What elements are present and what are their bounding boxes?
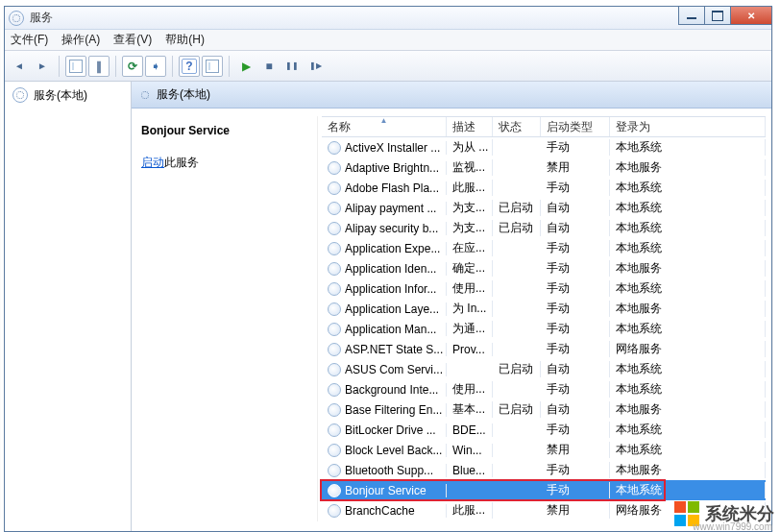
show-hide-tree-button[interactable]: [65, 56, 86, 77]
cell-name: BitLocker Drive ...: [345, 423, 436, 437]
cell-type: 手动: [541, 240, 610, 256]
watermark-url: www.win7999.com: [693, 521, 772, 532]
cell-desc: 基本...: [447, 401, 493, 418]
service-icon: [328, 423, 341, 437]
service-icon: [328, 484, 341, 497]
cell-type: 手动: [541, 180, 610, 196]
col-status[interactable]: 状态: [493, 117, 541, 136]
cell-desc: 为通...: [447, 321, 493, 337]
table-row[interactable]: ASUS Com Servi...已启动自动本地系统: [322, 359, 766, 379]
table-row[interactable]: BitLocker Drive ...BDE...手动本地系统: [322, 420, 766, 440]
menu-file[interactable]: 文件(F): [11, 32, 48, 48]
menu-view[interactable]: 查看(V): [113, 32, 152, 48]
table-row[interactable]: Alipay payment ...为支...已启动自动本地系统: [322, 198, 766, 218]
cell-status: 已启动: [493, 401, 541, 418]
service-icon: [328, 202, 341, 215]
service-icon: [328, 343, 341, 356]
cell-name: Application Expe...: [345, 242, 440, 255]
cell-logon: 本地系统: [610, 482, 766, 498]
cell-logon: 本地系统: [610, 180, 766, 196]
table-row[interactable]: Base Filtering En...基本...已启动自动本地服务: [322, 399, 766, 420]
start-service-link[interactable]: 启动: [141, 156, 164, 169]
cell-status: 已启动: [493, 361, 541, 377]
cell-desc: 为支...: [447, 200, 493, 216]
table-row[interactable]: Alipay security b...为支...已启动自动本地系统: [322, 218, 766, 238]
refresh-button[interactable]: [122, 56, 143, 77]
properties-button[interactable]: [88, 56, 110, 77]
cell-logon: 本地系统: [610, 139, 766, 156]
maximize-button[interactable]: [704, 6, 731, 25]
service-icon: [328, 444, 341, 457]
cell-name: Alipay security b...: [345, 222, 438, 235]
cell-name: Application Infor...: [345, 282, 436, 296]
cell-name: ASP.NET State S...: [345, 343, 443, 356]
titlebar[interactable]: 服务: [5, 7, 771, 30]
cell-name: Application Laye...: [345, 302, 439, 316]
help-button[interactable]: [179, 56, 200, 77]
cell-type: 手动: [541, 482, 610, 498]
cell-type: 手动: [541, 301, 610, 317]
col-startup-type[interactable]: 启动类型: [541, 117, 610, 136]
table-row[interactable]: Bluetooth Supp...Blue...手动本地服务: [322, 460, 766, 480]
table-row[interactable]: Application Iden...确定...手动本地服务: [322, 258, 766, 278]
table-row[interactable]: Bonjour Service手动本地系统: [322, 480, 766, 500]
cell-logon: 本地服务: [610, 462, 766, 478]
menu-help[interactable]: 帮助(H): [165, 32, 205, 48]
restart-service-button[interactable]: [305, 56, 326, 77]
service-list[interactable]: 名称▲ 描述 状态 启动类型 登录为 ActiveX Installer ...…: [322, 116, 766, 521]
tree-nav[interactable]: 服务(本地): [5, 82, 132, 531]
back-button[interactable]: [9, 56, 30, 77]
cell-name: ASUS Com Servi...: [345, 363, 443, 376]
sort-asc-icon: ▲: [380, 116, 388, 125]
table-row[interactable]: Application Expe...在应...手动本地系统: [322, 238, 766, 258]
table-row[interactable]: Application Man...为通...手动本地系统: [322, 319, 766, 339]
cell-logon: 本地系统: [610, 442, 766, 458]
table-row[interactable]: Background Inte...使用...手动本地系统: [322, 379, 766, 399]
export-list-button[interactable]: [145, 56, 166, 77]
pause-service-button[interactable]: [281, 56, 303, 77]
forward-button[interactable]: [32, 56, 53, 77]
cell-type: 手动: [541, 139, 610, 156]
service-icon: [328, 282, 341, 296]
stop-service-button[interactable]: [258, 56, 280, 77]
table-row[interactable]: ActiveX Installer ...为从 ...手动本地系统: [322, 137, 766, 157]
cell-desc: Win...: [447, 444, 493, 457]
table-row[interactable]: Adobe Flash Pla...此服...手动本地系统: [322, 178, 766, 198]
cell-logon: 本地系统: [610, 321, 766, 337]
cell-desc: BDE...: [447, 423, 493, 437]
cell-logon: 本地服务: [610, 401, 766, 418]
cell-type: 手动: [541, 422, 610, 438]
menu-action[interactable]: 操作(A): [61, 32, 100, 48]
start-service-button[interactable]: [235, 56, 256, 77]
cell-type: 手动: [541, 280, 610, 297]
minimize-button[interactable]: [678, 6, 705, 25]
table-row[interactable]: Block Level Back...Win...禁用本地系统: [322, 440, 766, 460]
cell-desc: 使用...: [447, 381, 493, 398]
service-icon: [328, 383, 341, 397]
content-header: 服务(本地): [132, 82, 771, 109]
service-icon: [328, 242, 341, 255]
cell-desc: 此服...: [447, 502, 493, 519]
cell-type: 手动: [541, 341, 610, 357]
column-headers[interactable]: 名称▲ 描述 状态 启动类型 登录为: [322, 116, 766, 137]
col-name[interactable]: 名称▲: [322, 117, 447, 136]
gear-icon: [12, 87, 28, 103]
services-window: 服务 文件(F) 操作(A) 查看(V) 帮助(H) 服务(本地): [4, 6, 772, 532]
cell-name: Base Filtering En...: [345, 403, 442, 417]
service-icon: [328, 262, 341, 276]
details-pane: Bonjour Service 启动此服务: [137, 116, 318, 521]
table-row[interactable]: Application Laye...为 In...手动本地服务: [322, 299, 766, 319]
col-logon-as[interactable]: 登录为: [610, 117, 766, 136]
close-button[interactable]: [730, 6, 772, 25]
table-row[interactable]: Application Infor...使用...手动本地系统: [322, 278, 766, 299]
table-row[interactable]: ASP.NET State S...Prov...手动网络服务: [322, 339, 766, 359]
service-icon: [328, 403, 341, 417]
service-icon: [328, 504, 341, 518]
nav-services-local[interactable]: 服务(本地): [34, 87, 87, 104]
view-button[interactable]: [202, 56, 223, 77]
cell-logon: 本地系统: [610, 422, 766, 438]
col-desc[interactable]: 描述: [447, 117, 493, 136]
table-row[interactable]: Adaptive Brightn...监视...禁用本地服务: [322, 157, 766, 178]
start-service-line: 启动此服务: [141, 155, 313, 171]
cell-name: Bonjour Service: [345, 484, 427, 497]
